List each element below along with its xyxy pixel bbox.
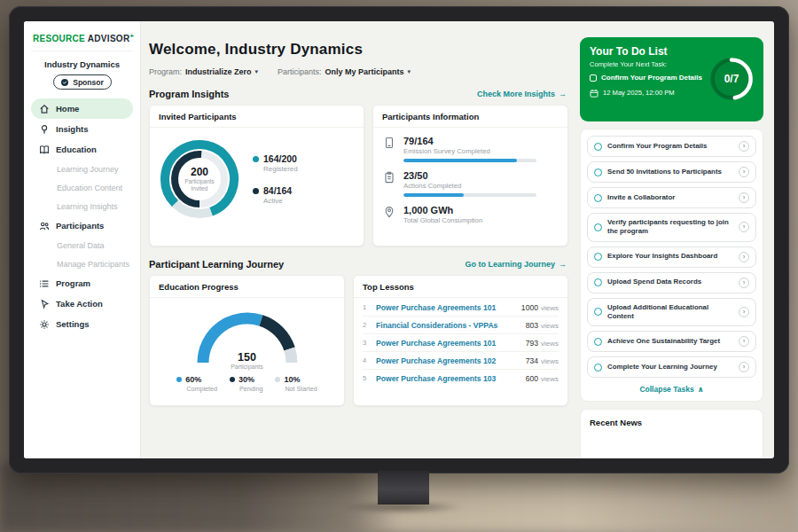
app-logo: RESOURCE ADVISOR+ [31, 30, 133, 51]
chevron-right-icon[interactable]: › [739, 278, 749, 288]
legend-label: Registered [263, 165, 298, 173]
check-more-insights-link[interactable]: Check More Insights → [477, 90, 567, 98]
task-checkbox[interactable] [594, 168, 602, 176]
sidebar-item-label: Program [56, 278, 90, 288]
info-value: 1,000 GWh [403, 205, 482, 215]
chevron-right-icon[interactable]: › [739, 222, 749, 232]
gauge-center-value: 150 [185, 351, 309, 364]
views-suffix: views [541, 340, 559, 348]
lesson-row[interactable]: 4 Power Purchase Agreements 102 734views [363, 352, 559, 370]
collapse-tasks-link[interactable]: Collapse Tasks ∧ [587, 382, 756, 399]
task-checkbox[interactable] [594, 253, 602, 261]
list-icon [38, 278, 50, 289]
chevron-right-icon[interactable]: › [739, 362, 749, 372]
sidebar-item-take-action[interactable]: Take Action [31, 293, 133, 314]
sidebar-item-home[interactable]: Home [31, 98, 133, 119]
sidebar-item-education-content[interactable]: Education Content [31, 178, 133, 197]
task-checkbox[interactable] [594, 194, 602, 202]
sidebar-item-label: Education [56, 145, 97, 154]
home-icon [38, 103, 50, 114]
chevron-down-icon: ▾ [408, 68, 411, 75]
task-row[interactable]: Explore Your Insights Dashboard › [587, 246, 756, 268]
task-checkbox[interactable] [594, 364, 602, 372]
sidebar-item-settings[interactable]: Settings [31, 314, 133, 334]
go-to-learning-journey-link[interactable]: Go to Learning Journey → [465, 260, 567, 269]
chevron-right-icon[interactable]: › [739, 336, 749, 347]
chevron-right-icon[interactable]: › [739, 167, 749, 177]
task-row[interactable]: Verify participants requesting to join t… [587, 213, 756, 242]
monitor-bezel: RESOURCE ADVISOR+ Industry Dynamics Spon… [9, 6, 789, 473]
org-name: Industry Dynamics [31, 59, 133, 69]
task-row[interactable]: Send 50 Invitations to Participants › [587, 161, 756, 183]
task-label: Explore Your Insights Dashboard [607, 252, 733, 261]
task-checkbox[interactable] [594, 338, 602, 346]
education-gauge-chart: 150 Participants [185, 302, 309, 370]
lesson-row[interactable]: 5 Power Purchase Agreements 103 600views [363, 370, 559, 387]
lesson-link[interactable]: Financial Considerations - VPPAs [376, 321, 520, 330]
lesson-views: 803 [526, 321, 538, 330]
sidebar-item-learning-journey[interactable]: Learning Journey [31, 160, 133, 178]
task-row[interactable]: Upload Spend Data Records › [587, 272, 756, 293]
lesson-row[interactable]: 1 Power Purchase Agreements 101 1000view… [363, 299, 559, 317]
sidebar-item-manage-participants[interactable]: Manage Participants [31, 254, 133, 273]
gauge-center-label: Participants [185, 364, 309, 370]
task-row[interactable]: Confirm Your Program Details › [587, 136, 756, 157]
program-filter-value: Industrialize Zero [185, 67, 252, 76]
donut-center-label: Participants [184, 178, 214, 185]
lesson-link[interactable]: Power Purchase Agreements 103 [376, 374, 520, 383]
todo-panel: Your To Do List Complete Your Next Task:… [575, 21, 774, 458]
legend-item: 84/164 Active [253, 185, 298, 205]
lesson-rank: 4 [363, 356, 370, 364]
sidebar-item-education[interactable]: Education [31, 139, 133, 160]
todo-progress-count: 0/7 [708, 55, 755, 103]
recent-news-card: Recent News [580, 409, 763, 458]
info-value: 79/164 [403, 136, 536, 146]
todo-progress-ring: 0/7 [708, 55, 755, 103]
monitor-stand-shadow [342, 500, 465, 514]
task-checkbox[interactable] [594, 223, 602, 231]
info-row: 79/164 Emission Survey Completed [384, 136, 557, 162]
lesson-views: 793 [526, 339, 538, 348]
chevron-right-icon[interactable]: › [739, 192, 749, 203]
lesson-row[interactable]: 2 Financial Considerations - VPPAs 803vi… [363, 317, 559, 334]
program-filter-dropdown[interactable]: Program: Industrialize Zero ▾ [149, 67, 258, 76]
sidebar-item-program[interactable]: Program [31, 273, 133, 293]
task-checkbox[interactable] [594, 143, 602, 151]
task-checkbox[interactable] [594, 278, 602, 286]
sidebar-item-insights[interactable]: Insights [31, 119, 133, 139]
sidebar-item-participants[interactable]: Participants [31, 215, 133, 236]
invited-donut-chart: 200 Participants Invited [157, 137, 242, 222]
sidebar-item-learning-insights[interactable]: Learning Insights [31, 197, 133, 215]
info-row: 1,000 GWh Total Global Consumption [384, 205, 557, 224]
participants-filter-dropdown[interactable]: Participants: Only My Participants ▾ [278, 67, 411, 76]
lesson-row[interactable]: 3 Power Purchase Agreements 101 793views [363, 334, 559, 352]
chevron-down-icon: ▾ [255, 68, 259, 75]
views-suffix: views [541, 322, 559, 330]
task-row[interactable]: Complete Your Learning Journey › [587, 356, 756, 378]
chevron-right-icon[interactable]: › [739, 252, 749, 262]
lesson-rank: 3 [363, 339, 370, 347]
sidebar: RESOURCE ADVISOR+ Industry Dynamics Spon… [24, 21, 141, 458]
task-label: Achieve One Sustainability Target [607, 337, 733, 346]
next-task-checkbox[interactable] [590, 74, 597, 82]
task-row[interactable]: Achieve One Sustainability Target › [587, 331, 756, 352]
sidebar-item-label: Take Action [56, 299, 103, 309]
link-label: Check More Insights [477, 90, 555, 98]
chevron-right-icon[interactable]: › [739, 307, 749, 317]
lesson-views: 734 [526, 356, 538, 365]
lesson-rank: 2 [363, 321, 370, 329]
legend-label: Active [263, 197, 298, 205]
lesson-link[interactable]: Power Purchase Agreements 101 [376, 303, 515, 312]
book-icon [38, 144, 50, 155]
task-row[interactable]: Invite a Collaborator › [587, 187, 756, 208]
logo-plus: + [129, 32, 134, 40]
lesson-views: 600 [526, 374, 538, 383]
chevron-right-icon[interactable]: › [739, 141, 749, 152]
lesson-link[interactable]: Power Purchase Agreements 102 [376, 356, 520, 365]
sidebar-item-general-data[interactable]: General Data [31, 236, 133, 254]
task-checkbox[interactable] [594, 308, 602, 316]
info-value: 23/50 [403, 170, 536, 181]
lesson-link[interactable]: Power Purchase Agreements 101 [376, 339, 520, 348]
task-row[interactable]: Upload Additional Educational Content › [587, 298, 756, 327]
task-label: Verify participants requesting to join t… [607, 218, 733, 237]
